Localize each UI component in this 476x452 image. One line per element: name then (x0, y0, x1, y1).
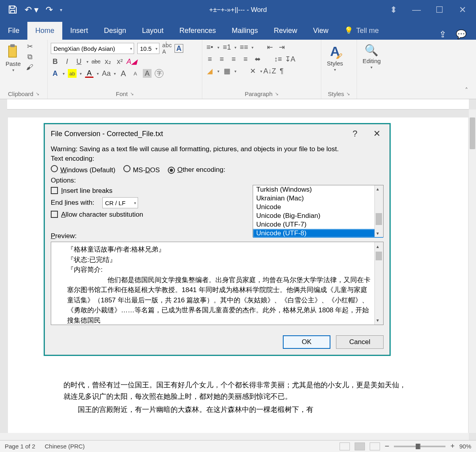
minimize-icon[interactable]: — (411, 5, 422, 15)
bold-icon[interactable]: B (51, 57, 60, 66)
read-mode-icon[interactable] (340, 442, 350, 450)
zoom-level[interactable]: 90% (459, 443, 471, 450)
maximize-icon[interactable]: ☐ (434, 5, 445, 15)
zoom-in-icon[interactable]: + (450, 442, 455, 450)
web-layout-icon[interactable] (370, 442, 380, 450)
sort-icon[interactable]: A↓Z (265, 67, 274, 75)
font-name-combo[interactable]: DengXian (Body Asian) (51, 43, 134, 54)
highlight-icon[interactable]: ab (68, 69, 77, 78)
list-item[interactable]: Turkish (Windows) (253, 185, 383, 194)
comments-icon[interactable]: 💬 (456, 29, 466, 40)
tab-layout[interactable]: Layout (134, 22, 171, 40)
scroll-thumb[interactable] (470, 117, 475, 149)
list-item[interactable]: Unicode (253, 203, 383, 212)
text-effects-icon[interactable]: A (51, 69, 60, 78)
align-left-icon[interactable]: ≡ (205, 55, 214, 63)
enclose-characters-icon[interactable]: 字 (155, 69, 163, 78)
clipboard-launcher-icon[interactable]: ↘ (36, 91, 39, 96)
change-case-icon[interactable]: Aa (102, 69, 111, 78)
decrease-indent-icon[interactable]: ⇤ (265, 43, 274, 52)
subscript-icon[interactable]: x₂ (104, 57, 112, 66)
font-size-combo[interactable]: 10.5 (137, 43, 159, 54)
dialog-close-icon[interactable]: ✕ (373, 129, 380, 139)
list-item-selected[interactable]: Unicode (UTF-8) (253, 229, 383, 238)
styles-launcher-icon[interactable]: ↘ (346, 91, 350, 96)
allow-char-sub-checkbox[interactable]: Allow character substitution (51, 211, 143, 219)
editing-button[interactable]: 🔍 Editing (360, 42, 383, 71)
print-layout-icon[interactable] (355, 442, 365, 450)
distributed-icon[interactable]: ⬌ (253, 55, 262, 63)
clear-formatting-icon[interactable]: A◢ (127, 57, 136, 66)
snap-to-grid-icon[interactable]: ✕ (248, 67, 257, 75)
zoom-out-icon[interactable]: − (385, 442, 390, 451)
redo-icon[interactable]: ↷ (46, 5, 53, 15)
shrink-font-icon[interactable]: A (131, 69, 140, 78)
bullets-icon[interactable]: ≡• (205, 43, 214, 52)
radio-windows[interactable]: WWindows (Default)indows (Default) (51, 165, 115, 174)
scroll-thumb[interactable] (376, 213, 382, 225)
styles-button[interactable]: A🖌 Styles (324, 42, 345, 73)
align-center-icon[interactable]: ≡ (217, 55, 226, 63)
phonetic-guide-icon[interactable]: ab́cA (163, 44, 171, 53)
tab-mailings[interactable]: Mailings (224, 22, 266, 40)
encoding-listbox[interactable]: Turkish (Windows) Ukrainian (Mac) Unicod… (253, 185, 384, 237)
numbering-icon[interactable]: ≡1 (223, 43, 231, 52)
grow-font-icon[interactable]: A (119, 69, 128, 78)
preview-scrollbar[interactable]: ▴ ▾ (374, 242, 383, 325)
help-icon[interactable]: ? (353, 129, 357, 139)
tell-me[interactable]: 💡Tell me (336, 21, 387, 40)
shading-icon[interactable]: ◢ (205, 67, 214, 75)
language-status[interactable]: Chinese (PRC) (45, 443, 85, 450)
save-icon[interactable] (8, 5, 17, 15)
page-status[interactable]: Page 1 of 2 (5, 443, 35, 450)
scroll-thumb[interactable] (376, 252, 382, 260)
copy-icon[interactable]: ⧉ (25, 52, 34, 61)
font-launcher-icon[interactable]: ↘ (130, 91, 134, 96)
character-border-icon[interactable]: A (175, 44, 183, 53)
end-lines-combo[interactable]: CR / LF (102, 197, 138, 208)
line-spacing-icon[interactable]: ↕≡ (274, 55, 282, 63)
increase-indent-icon[interactable]: ⇥ (277, 43, 286, 52)
tab-file[interactable]: File (0, 22, 27, 40)
ruler[interactable] (7, 99, 469, 110)
format-painter-icon[interactable]: 🖌 (25, 63, 34, 71)
paragraph-launcher-icon[interactable]: ↘ (275, 91, 278, 96)
italic-icon[interactable]: I (63, 57, 71, 66)
borders-icon[interactable]: ▦ (223, 67, 231, 75)
align-right-icon[interactable]: ≡ (229, 55, 238, 63)
tab-design[interactable]: Design (96, 22, 134, 40)
list-item[interactable]: Unicode (Big-Endian) (253, 212, 383, 220)
cut-icon[interactable]: ✂ (25, 42, 34, 51)
close-icon[interactable]: ✕ (457, 5, 468, 15)
radio-msdos[interactable]: MS-DOS (123, 165, 160, 174)
ribbon-display-icon[interactable]: ⬍ (388, 5, 399, 15)
ok-button[interactable]: OK (283, 335, 330, 349)
list-item[interactable]: Unicode (UTF-7) (253, 220, 383, 229)
tab-insert[interactable]: Insert (62, 22, 96, 40)
show-hide-icon[interactable]: ¶ (277, 67, 286, 75)
tab-references[interactable]: References (171, 22, 224, 40)
undo-icon[interactable]: ↶ ▾ (25, 5, 38, 15)
tab-review[interactable]: Review (266, 22, 305, 40)
list-item[interactable]: Ukrainian (Mac) (253, 194, 383, 203)
horizontal-scrollbar[interactable] (0, 433, 469, 440)
justify-icon[interactable]: ≡ (241, 55, 250, 63)
strikethrough-icon[interactable]: abc (92, 57, 100, 66)
cancel-button[interactable]: Cancel (336, 335, 384, 349)
text-direction-icon[interactable]: ↧A (286, 55, 294, 63)
qat-customize-icon[interactable]: ▾ (60, 7, 62, 13)
share-icon[interactable]: ⇪ (439, 29, 446, 40)
listbox-scrollbar[interactable] (374, 185, 383, 237)
font-color-icon[interactable]: A (85, 69, 94, 78)
underline-icon[interactable]: U (75, 57, 83, 66)
zoom-slider[interactable] (394, 446, 445, 447)
vertical-scrollbar[interactable] (469, 110, 476, 433)
multilevel-list-icon[interactable]: ≡≡ (240, 43, 248, 52)
radio-other-encoding[interactable]: Other encoding: (168, 166, 225, 174)
tab-home[interactable]: Home (27, 22, 62, 40)
tab-view[interactable]: View (305, 22, 336, 40)
paste-button[interactable]: Paste (3, 42, 23, 74)
slider-thumb[interactable] (416, 444, 420, 449)
character-shading-icon[interactable]: A (143, 69, 152, 78)
superscript-icon[interactable]: x² (115, 57, 124, 66)
